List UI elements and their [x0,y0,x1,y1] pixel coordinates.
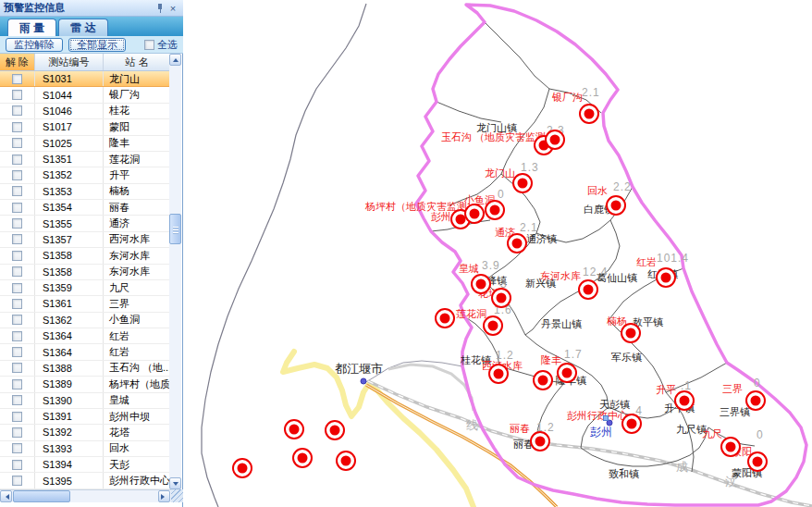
station-marker[interactable] [578,279,598,300]
row-checkbox[interactable] [12,315,22,325]
table-row[interactable]: S1393回水 [0,441,170,457]
header-release[interactable]: 解 除 [0,54,35,70]
station-marker[interactable] [512,173,533,193]
table-row[interactable]: S1388玉石沟 （地... [0,361,170,377]
table-row[interactable]: S1357西河水库 [0,232,170,248]
scroll-left-button[interactable] [0,490,12,502]
station-marker[interactable] [579,104,599,124]
row-checkbox[interactable] [12,170,22,180]
station-marker[interactable] [606,195,626,216]
row-checkbox[interactable] [12,266,22,277]
table-row[interactable]: S1044银厂沟 [0,87,170,103]
row-checkbox[interactable] [12,476,22,486]
table-row[interactable]: S1025隆丰 [0,136,170,152]
table-row[interactable]: S1031龙门山 [0,71,170,87]
row-checkbox[interactable] [12,251,22,261]
header-station-id[interactable]: 测站编号 [35,54,104,70]
row-checkbox[interactable] [12,74,22,84]
station-marker[interactable] [533,370,553,390]
table-row[interactable]: S1358东河水库 [0,248,170,264]
table-row[interactable]: S1352升平 [0,167,170,183]
table-row[interactable]: S1392花塔 [0,425,170,440]
row-checkbox[interactable] [12,155,22,165]
row-checkbox[interactable] [12,105,22,116]
station-marker[interactable] [485,200,505,220]
table-row[interactable]: S1361三界 [0,296,170,312]
row-checkbox[interactable] [12,234,22,244]
row-checkbox[interactable] [12,412,22,422]
pin-icon[interactable] [154,2,166,15]
station-marker[interactable] [325,420,345,440]
table-row[interactable]: S1353楠杨 [0,184,170,200]
table-row[interactable]: S1355通济 [0,216,170,231]
tab-1[interactable]: 雷 达 [58,19,107,36]
table-row[interactable]: S1017蒙阳 [0,119,170,135]
horizontal-scroll-thumb[interactable] [13,490,70,502]
station-marker[interactable] [471,274,491,294]
table-row[interactable]: S1391彭州中坝 [0,409,170,425]
station-marker[interactable] [491,288,511,308]
row-checkbox[interactable] [12,203,22,213]
station-marker[interactable] [557,363,577,383]
map-canvas[interactable]: 龙门山镇白鹿镇通济镇新兴镇葛仙山镇磁峰镇丹景山镇敖平镇红岩镇桂花镇隆丰镇军乐镇天… [183,0,812,507]
row-checkbox[interactable] [12,363,22,373]
station-marker[interactable] [545,130,565,150]
row-checkbox[interactable] [12,283,22,293]
scroll-right-button[interactable] [158,490,170,502]
station-marker[interactable] [674,390,695,411]
station-marker[interactable] [530,431,550,451]
table-row[interactable]: S1364红岩 [0,328,170,344]
station-marker[interactable] [435,308,455,328]
monitor-release-button[interactable]: 监控解除 [6,38,63,52]
table-row[interactable]: S1394天彭 [0,457,170,473]
table-row[interactable]: S1351莲花洞 [0,152,170,167]
row-checkbox[interactable] [12,138,22,148]
row-checkbox[interactable] [12,122,22,132]
tab-0[interactable]: 雨 量 [7,19,56,36]
station-marker[interactable] [656,267,676,288]
station-marker[interactable] [747,451,768,472]
station-marker[interactable] [507,233,527,254]
row-checkbox[interactable] [12,218,22,229]
station-marker[interactable] [488,364,509,384]
station-marker[interactable] [621,414,642,434]
header-station-name[interactable]: 站 名 [104,54,170,70]
vertical-scroll-thumb[interactable] [169,214,181,244]
table-row[interactable]: S1358东河水库 [0,265,170,280]
table-row[interactable]: S1359九尺 [0,280,170,296]
table-row[interactable]: S1390皇城 [0,393,170,409]
row-checkbox[interactable] [12,299,22,309]
row-checkbox[interactable] [12,460,22,470]
station-marker[interactable] [232,458,252,478]
horizontal-scrollbar[interactable] [0,489,171,502]
table-row[interactable]: S1362小鱼洞 [0,313,170,328]
station-marker[interactable] [745,390,766,411]
row-checkbox[interactable] [12,395,22,405]
table-row[interactable]: S1395彭州行政中心 [0,473,170,488]
row-checkbox[interactable] [12,379,22,390]
table-row[interactable]: S1389杨坪村（地质... [0,377,170,392]
table-row[interactable]: S1354丽春 [0,200,170,216]
scroll-down-button[interactable] [169,477,181,489]
table-row[interactable]: S1046桂花 [0,104,170,119]
row-checkbox[interactable] [12,443,22,453]
scroll-up-button[interactable] [169,54,181,66]
station-marker[interactable] [621,323,641,343]
station-marker[interactable] [483,315,503,336]
vertical-scrollbar[interactable] [169,54,181,489]
row-checkbox[interactable] [12,186,22,196]
panel-resize-grip[interactable] [171,489,183,502]
table-row[interactable]: S1364红岩 [0,344,170,360]
row-checkbox[interactable] [12,331,22,341]
close-icon[interactable]: × [166,2,179,15]
station-marker[interactable] [284,419,304,439]
select-all-checkbox[interactable] [144,40,154,50]
station-marker[interactable] [292,448,313,468]
row-checkbox[interactable] [12,90,22,100]
row-checkbox[interactable] [12,347,22,357]
row-checkbox[interactable] [12,427,22,438]
station-marker[interactable] [336,451,356,471]
show-all-button[interactable]: 全部显示 [68,38,126,52]
station-marker[interactable] [464,204,485,224]
station-marker[interactable] [720,437,741,457]
